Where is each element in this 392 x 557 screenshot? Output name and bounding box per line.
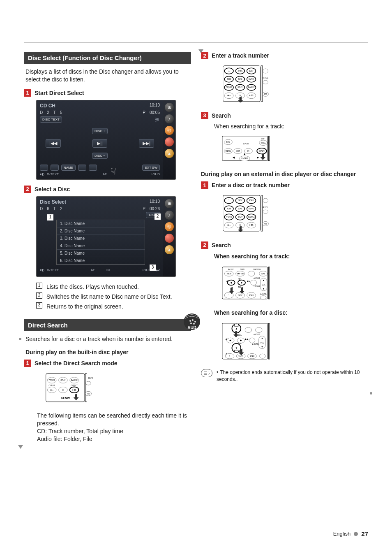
svg-text:8TUV: 8TUV [238, 216, 243, 218]
svg-text:1: 1 [228, 70, 230, 72]
svg-point-161 [249, 338, 255, 343]
disc-list-item[interactable]: 4. Disc Name [57, 242, 145, 250]
step-title: Search [212, 242, 231, 248]
svg-text:V.SEL: V.SEL [261, 142, 266, 144]
svg-text:▼: ▼ [261, 345, 263, 348]
side-icon-2[interactable]: ♪ [165, 114, 174, 123]
label-d: D [40, 207, 43, 211]
svg-text:3DEF: 3DEF [249, 200, 254, 202]
side-icon-1[interactable]: ⊞ [165, 103, 174, 112]
svg-point-2 [192, 319, 194, 321]
page-footer: English 27 [333, 530, 368, 537]
name-button[interactable]: NAME [61, 165, 76, 171]
svg-text:7PQRS: 7PQRS [226, 216, 232, 218]
side-icon-up[interactable]: ▲ [165, 149, 174, 158]
svg-text:ATT: ATT [264, 93, 267, 95]
svg-text:MAP DIR: MAP DIR [237, 273, 244, 275]
svg-text:0: 0 [240, 94, 241, 97]
side-icon-red[interactable] [165, 137, 174, 146]
svg-rect-147 [268, 323, 270, 359]
play-pause-button[interactable]: ▶|| [92, 139, 107, 148]
footer-page-number: 27 [361, 530, 368, 537]
step-number: 3 [201, 112, 208, 119]
svg-point-84 [263, 210, 268, 214]
info-icon [201, 369, 212, 377]
loud-label: LOUD [151, 172, 160, 176]
step-2-search: 2 Search [201, 241, 368, 249]
disc-plus-button[interactable]: DISC + [92, 128, 108, 134]
side-icon-up[interactable]: ▲ [165, 245, 174, 254]
svg-text:ZOOM: ZOOM [243, 142, 249, 144]
svg-text:VIEW: VIEW [226, 273, 231, 275]
disc-list-item[interactable]: 1. Disc Name [57, 220, 145, 227]
return-icon[interactable]: ↩ [156, 267, 160, 273]
svg-text:2ABC: 2ABC [238, 355, 244, 357]
step-title: Search [212, 112, 231, 119]
svg-text:9WXYZ: 9WXYZ [248, 86, 255, 88]
value-t: 5 [60, 110, 62, 115]
side-icon-target[interactable]: ◎ [165, 126, 174, 135]
side-icon-target[interactable]: ◎ [165, 222, 174, 231]
svg-text:✱ +: ✱ + [50, 388, 54, 391]
disc-list-item[interactable]: 2. Disc Name [57, 227, 145, 235]
svg-text:7PQRS: 7PQRS [226, 86, 232, 88]
next-track-button[interactable]: ▶▶| [139, 139, 154, 148]
bottom-button-4[interactable] [89, 165, 97, 171]
step-number: 1 [201, 181, 208, 189]
remote-illustration-track-search: AV OUTOPENREMOCON VIEW MAP DIR NAV ANGLE… [219, 264, 272, 304]
screenshot-disc-select: Disc Select 10:10 D 6 T 2 P 00:26 1 2 [36, 196, 176, 277]
step-number: 2 [201, 241, 208, 249]
disc-list-item[interactable]: 3. Disc Name [57, 235, 145, 242]
svg-text:OPEN: OPEN [240, 269, 244, 270]
svg-rect-8 [85, 373, 87, 402]
disc-minus-button[interactable]: DISC − [92, 153, 108, 159]
step-title: Enter a disc or track number [212, 182, 290, 188]
svg-rect-81 [261, 195, 263, 231]
disc-list-item[interactable]: 6. Disc Name [57, 257, 145, 265]
svg-text:6MNO: 6MNO [249, 78, 254, 80]
subhead-search-disc: When searching for a disc: [214, 309, 367, 316]
side-icon-1[interactable]: ⊞ [165, 199, 174, 208]
subhead-search-track: When searching for a track: [214, 253, 367, 260]
step-2-enter-track-number: 2 Enter a track number [201, 52, 368, 59]
step-3-search: 3 Search [201, 112, 368, 119]
disc-text-button[interactable]: DISC TEXT [40, 116, 62, 123]
prev-track-button[interactable]: |◀◀ [46, 139, 61, 148]
info-note: •The operation ends automatically if you… [201, 369, 368, 382]
svg-text:8TUV: 8TUV [61, 379, 66, 381]
svg-text:3DEF: 3DEF [250, 355, 255, 357]
side-icon-2[interactable]: ♪ [165, 211, 174, 220]
svg-rect-149 [235, 324, 238, 326]
corner-dropdown-icon[interactable]: ▾◐ [40, 172, 44, 176]
svg-point-131 [251, 280, 257, 285]
step-1-select-direct-search-mode: 1 Select the Direct Search mode [24, 360, 191, 367]
scroll-indicator-icon: ⚞ [154, 116, 160, 123]
svg-text:NAV: NAV [261, 273, 265, 275]
svg-text:6MNO: 6MNO [249, 208, 254, 210]
step-1-enter-disc-or-track: 1 Enter a disc or track number [201, 181, 368, 189]
bottom-button-2[interactable] [51, 165, 59, 171]
callout-box-2: 2 [36, 292, 42, 299]
value-d: 6 [47, 207, 49, 211]
bottom-button-3[interactable] [78, 165, 86, 171]
section-heading-disc-select: Disc Select (Function of Disc Changer) [24, 52, 191, 64]
disc-list-item[interactable]: 5. Disc Name [57, 250, 145, 257]
svg-point-120 [248, 271, 254, 276]
label-t: T [53, 207, 56, 211]
svg-text:▶▶: ▶▶ [245, 337, 249, 340]
side-icon-red[interactable] [165, 234, 174, 243]
step-number: 1 [24, 89, 31, 97]
svg-point-10 [86, 381, 91, 385]
footer-language: English [333, 531, 351, 537]
bottom-button-1[interactable] [40, 165, 48, 171]
corner-dropdown-icon[interactable]: ▾◐ [40, 268, 44, 272]
svg-text:ATT: ATT [264, 223, 267, 225]
remote-illustration-keypad: R.VOL ATT 1 2ABC 3DEF 4GHI 5JKL 6MNO 7PQ… [219, 63, 272, 106]
step-title: Start Direct Select [35, 90, 84, 96]
heading-text: Disc Select (Function of Disc Changer) [28, 54, 142, 61]
callout-marker-3: 3 [150, 265, 156, 271]
svg-text:1: 1 [228, 294, 230, 297]
svg-text:▶: ▶ [241, 281, 243, 284]
svg-rect-112 [268, 267, 270, 299]
ext-sw-button[interactable]: EXT SW [142, 165, 160, 171]
